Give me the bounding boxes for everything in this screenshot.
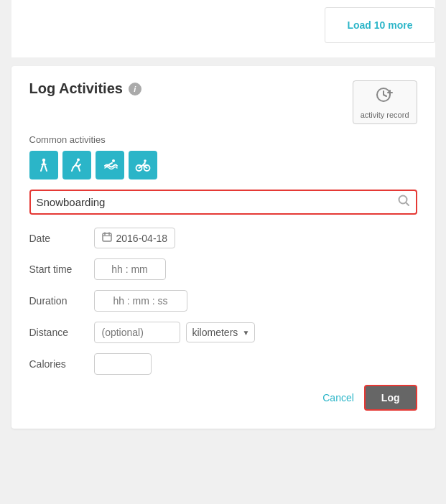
calories-row: Calories (29, 353, 417, 375)
duration-row: Duration (29, 290, 417, 312)
calories-input[interactable] (94, 353, 152, 375)
date-row: Date 2016-04-18 (29, 228, 417, 248)
svg-line-9 (45, 167, 47, 171)
header-left: Log Activities i (29, 80, 141, 97)
common-activities-label: Common activities (29, 134, 417, 145)
calories-label: Calories (29, 358, 94, 370)
distance-wrapper: kilometers miles (94, 322, 255, 343)
log-button[interactable]: Log (364, 385, 417, 411)
duration-label: Duration (29, 295, 94, 307)
start-time-input[interactable] (94, 258, 166, 280)
start-time-row: Start time (29, 258, 417, 280)
info-icon[interactable]: i (129, 83, 141, 95)
duration-input[interactable] (94, 290, 187, 312)
svg-line-17 (406, 202, 409, 205)
cancel-button[interactable]: Cancel (322, 392, 354, 403)
activity-icon-running[interactable] (62, 151, 91, 179)
search-input[interactable] (37, 196, 397, 208)
activity-icons-row (29, 151, 417, 179)
distance-input[interactable] (94, 322, 180, 343)
unit-select-wrapper: kilometers miles (186, 322, 255, 342)
search-icon (397, 194, 410, 210)
activity-record-button[interactable]: activity record (353, 80, 417, 124)
activity-icon-walking[interactable] (29, 151, 58, 179)
svg-line-8 (41, 167, 42, 171)
activity-record-icon (376, 85, 394, 108)
top-section: Load 10 more (11, 0, 435, 57)
log-activities-title: Log Activities (29, 80, 123, 97)
svg-line-2 (384, 95, 386, 96)
activity-icon-swimming[interactable] (96, 151, 124, 179)
date-field[interactable]: 2016-04-18 (94, 228, 176, 248)
date-label: Date (29, 233, 94, 244)
distance-label: Distance (29, 327, 94, 338)
date-value: 2016-04-18 (116, 233, 168, 244)
search-wrapper (29, 190, 417, 215)
svg-point-11 (77, 159, 80, 162)
calendar-icon (102, 232, 112, 244)
svg-rect-18 (103, 233, 111, 241)
load-more-button[interactable]: Load 10 more (325, 7, 435, 43)
distance-row: Distance kilometers miles (29, 322, 417, 343)
activity-icon-cycling[interactable] (129, 151, 157, 179)
start-time-label: Start time (29, 263, 94, 275)
unit-select[interactable]: kilometers miles (186, 322, 255, 342)
activity-record-label: activity record (361, 111, 409, 119)
form-actions: Cancel Log (29, 385, 417, 411)
card-header: Log Activities i activity record (29, 80, 417, 124)
log-activities-card: Log Activities i activity record Common … (11, 66, 435, 429)
svg-point-12 (112, 159, 115, 162)
